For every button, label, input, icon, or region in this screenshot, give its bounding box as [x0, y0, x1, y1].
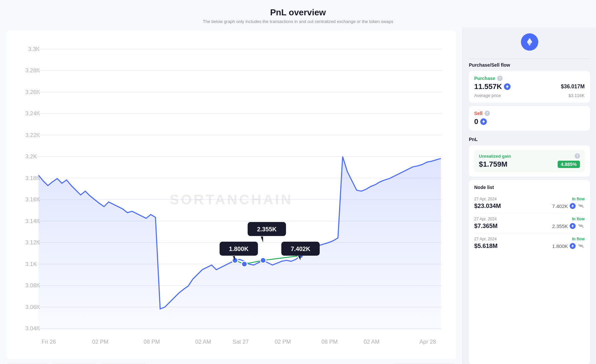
purchase-title-row: Purchase ? [474, 76, 503, 81]
avg-value: $3.116K [569, 93, 585, 98]
ethereum-logo [525, 37, 534, 47]
chart-section: 3.3K 3.28K 3.26K 3.24K 3.22K 3.2K 3.18K … [0, 27, 463, 364]
unrealized-amount: $1.759M [479, 160, 508, 169]
node-top-row-3: 27 Apr, 2024 In flow [474, 237, 585, 241]
avg-price-row: Average price $3.116K [474, 93, 585, 98]
svg-marker-41 [261, 237, 263, 243]
unrealized-box: Unrealized gain ? $1.759M 4.885% [474, 150, 585, 172]
node-date-2: 27 Apr, 2024 [474, 217, 497, 221]
eth-icon-row [469, 33, 590, 51]
svg-text:08 PM: 08 PM [143, 339, 160, 345]
sell-amount-row: 0 [474, 117, 585, 126]
node-flow-2: In flow [572, 217, 585, 221]
node-hide-icon-2[interactable] [577, 222, 585, 230]
svg-text:3.2K: 3.2K [25, 153, 37, 160]
divider-1 [469, 59, 590, 59]
svg-text:02 PM: 02 PM [275, 339, 291, 345]
eth-icon [521, 33, 538, 51]
ps-section-label: Purchase/Sell flow [469, 62, 590, 68]
svg-point-33 [242, 261, 247, 267]
node-amount-row-2: $7.365M 2.355K [474, 222, 585, 230]
sell-amount-left: 0 [474, 117, 487, 126]
node-eth-row-2: 2.355K [552, 222, 585, 230]
main-content: 3.3K 3.28K 3.26K 3.24K 3.22K 3.2K 3.18K … [0, 27, 596, 364]
node-eth-icon-2 [570, 223, 576, 229]
node-list-section: Node list 27 Apr, 2024 In flow $23.034M … [469, 180, 590, 364]
svg-point-67 [580, 205, 582, 206]
svg-text:Sat 27: Sat 27 [233, 339, 249, 345]
price-chart: 3.3K 3.28K 3.26K 3.24K 3.22K 3.2K 3.18K … [7, 31, 456, 359]
page-header: PnL overview The below graph only includ… [0, 0, 596, 27]
node-usd-3: $5.618M [474, 243, 498, 250]
svg-point-34 [260, 258, 266, 263]
node-item-3: 27 Apr, 2024 In flow $5.618M 1.800K [474, 233, 585, 253]
node-amount-row-1: $23.034M 7.402K [474, 202, 585, 210]
node-top-row-2: 27 Apr, 2024 In flow [474, 217, 585, 221]
avg-label: Average price [474, 93, 501, 98]
unrealized-info-icon[interactable]: ? [575, 153, 580, 159]
purchase-amount-row: 11.557K $36.017M [474, 82, 585, 91]
node-flow-1: In flow [572, 197, 585, 201]
svg-text:02 AM: 02 AM [364, 339, 380, 345]
purchase-info-icon[interactable]: ? [497, 76, 503, 81]
svg-text:7.402K: 7.402K [291, 246, 310, 252]
svg-text:08 PM: 08 PM [321, 339, 338, 345]
sell-section: Sell ? 0 [469, 106, 590, 131]
chart-wrapper: 3.3K 3.28K 3.26K 3.24K 3.22K 3.2K 3.18K … [7, 31, 456, 359]
purchase-header-row: Purchase ? [474, 76, 585, 81]
svg-text:02 PM: 02 PM [92, 339, 108, 345]
purchase-section: Purchase ? 11.557K [469, 71, 590, 103]
page-title: PnL overview [0, 7, 596, 18]
svg-text:2.355K: 2.355K [257, 226, 277, 233]
svg-text:Fri 26: Fri 26 [42, 339, 56, 345]
node-amount-row-3: $5.618M 1.800K [474, 242, 585, 250]
svg-text:Apr 28: Apr 28 [419, 339, 436, 345]
pnl-section: Unrealized gain ? $1.759M 4.885% [469, 145, 590, 177]
purchase-eth-amount: 11.557K [474, 82, 502, 91]
unrealized-label: Unrealized gain [479, 154, 511, 159]
node-eth-2: 2.355K [552, 223, 568, 229]
node-usd-2: $7.365M [474, 223, 498, 230]
node-eth-row-3: 1.800K [552, 242, 585, 250]
purchase-usd: $36.017M [561, 84, 585, 90]
svg-text:02 AM: 02 AM [195, 339, 211, 345]
chart-bottom-bar: Inflow Outflow Amount [7, 359, 456, 364]
node-eth-icon-1 [570, 203, 576, 209]
right-panel: Purchase/Sell flow Purchase ? 11.557K [463, 27, 596, 364]
purchase-label: Purchase [474, 76, 495, 81]
page-subtitle: The below graph only includes the transa… [0, 19, 596, 24]
sell-eth-icon [480, 118, 487, 125]
node-list-label: Node list [474, 185, 585, 190]
svg-point-75 [580, 245, 582, 246]
pnl-label: PnL [469, 137, 590, 142]
node-date-1: 27 Apr, 2024 [474, 197, 497, 201]
sell-header-row: Sell ? [474, 111, 585, 116]
sell-label: Sell [474, 111, 483, 116]
page-container: PnL overview The below graph only includ… [0, 0, 596, 364]
node-date-3: 27 Apr, 2024 [474, 237, 497, 241]
sell-title-row: Sell ? [474, 111, 490, 116]
node-item-2: 27 Apr, 2024 In flow $7.365M 2.355K [474, 213, 585, 233]
svg-text:1.800K: 1.800K [229, 246, 249, 252]
purchase-eth-icon [504, 83, 511, 90]
node-hide-icon-3[interactable] [577, 242, 585, 250]
unrealized-amount-row: $1.759M 4.885% [479, 160, 580, 169]
node-top-row-1: 27 Apr, 2024 In flow [474, 197, 585, 201]
unrealized-percent: 4.885% [558, 161, 580, 168]
node-hide-icon-1[interactable] [577, 202, 585, 210]
node-flow-3: In flow [572, 237, 585, 241]
node-eth-row-1: 7.402K [552, 202, 585, 210]
node-eth-icon-3 [570, 243, 576, 249]
purchase-amount-left: 11.557K [474, 82, 511, 91]
sell-amount: 0 [474, 117, 478, 126]
node-usd-1: $23.034M [474, 203, 501, 210]
unrealized-title-row: Unrealized gain ? [479, 153, 580, 159]
node-item-1: 27 Apr, 2024 In flow $23.034M 7.402K [474, 193, 585, 213]
svg-text:SORTANCHAIN: SORTANCHAIN [170, 192, 293, 207]
node-eth-3: 1.800K [552, 243, 568, 249]
svg-point-71 [580, 225, 582, 226]
sell-info-icon[interactable]: ? [485, 111, 490, 116]
node-eth-1: 7.402K [552, 203, 568, 209]
svg-text:3.1K: 3.1K [25, 261, 37, 267]
